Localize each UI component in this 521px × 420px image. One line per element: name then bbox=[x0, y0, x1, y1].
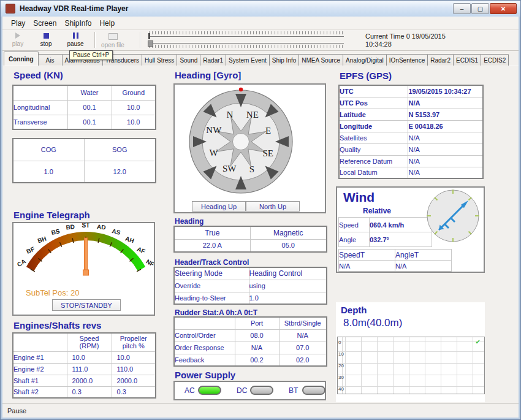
status-text: Pause bbox=[7, 407, 26, 414]
compass-e: E bbox=[265, 126, 271, 136]
telegraph-label-ad: AD bbox=[97, 223, 107, 231]
tab-conning[interactable]: Conning bbox=[4, 52, 39, 66]
tab-nmea-source[interactable]: NMEA Source bbox=[299, 54, 343, 66]
compass-s: S bbox=[249, 164, 254, 174]
telegraph-panel: CA BF BH BS BD ST AD AS AH AF NF bbox=[12, 222, 155, 316]
heading-up-button[interactable]: Heading Up bbox=[192, 201, 246, 212]
compass-ne: NE bbox=[246, 110, 259, 120]
depth-panel: Depth 8.0m(40.0m) 0 10 20 30 40 ✔ bbox=[336, 302, 485, 402]
play-button[interactable]: play bbox=[4, 32, 32, 47]
telegraph-label-bs: BS bbox=[51, 227, 61, 236]
bt-label: BT bbox=[289, 386, 298, 395]
slider-handle-top[interactable] bbox=[148, 33, 150, 39]
compass-n: N bbox=[227, 110, 234, 120]
north-up-button[interactable]: North Up bbox=[246, 201, 300, 212]
toolbar-divider2 bbox=[140, 32, 141, 48]
depth-title: Depth bbox=[341, 305, 367, 315]
slider-track-top[interactable] bbox=[149, 36, 344, 37]
maximize-button[interactable]: ▢ bbox=[471, 3, 489, 14]
engines-table: Speed (RPM)Propeller pitch % Engine #110… bbox=[12, 332, 156, 399]
rudder-table: PortStbrd/Single Control/Order08.0N/A Or… bbox=[173, 316, 327, 367]
tab-ionsentence[interactable]: IOnSentence bbox=[386, 54, 428, 66]
bt-indicator bbox=[302, 386, 325, 395]
wind-speedt: N/A bbox=[339, 261, 395, 272]
slider-ticks-bottom bbox=[149, 45, 344, 48]
engines-title: Engines/Shafts revs bbox=[13, 320, 101, 330]
speed-row-longitudinal: Longitudinal bbox=[13, 100, 67, 115]
pause-button[interactable]: pause bbox=[61, 32, 89, 47]
tab-hull-stress[interactable]: Hull Stress bbox=[142, 54, 177, 66]
tab-system-event[interactable]: System Event bbox=[226, 54, 270, 66]
telegraph-title: Engine Telegraph bbox=[13, 210, 90, 220]
lubber-line-dot bbox=[239, 88, 243, 91]
menu-help[interactable]: Help bbox=[99, 19, 115, 28]
compass-w: W bbox=[209, 148, 218, 158]
tab-analog-digital[interactable]: Analog/Digital bbox=[343, 54, 387, 66]
open-file-button[interactable]: open file bbox=[97, 32, 129, 48]
slider-track-bottom[interactable] bbox=[149, 43, 344, 44]
close-button[interactable]: ✕ bbox=[490, 3, 517, 14]
wind-angle: 032.7° bbox=[370, 232, 432, 247]
wind-mode: Relative bbox=[363, 207, 391, 215]
speed-col-water: Water bbox=[67, 85, 112, 100]
client-area: Play Screen ShipInfo Help play stop paus… bbox=[2, 17, 519, 418]
ac-label: AC bbox=[184, 386, 195, 395]
ac-indicator bbox=[198, 386, 221, 395]
rudder-title: Rudder Stat:A 0h:A 0t:T bbox=[175, 308, 257, 317]
depth-marker: ✔ bbox=[476, 338, 481, 345]
tab-ship-info[interactable]: Ship Info bbox=[269, 54, 299, 66]
menu-play[interactable]: Play bbox=[11, 19, 25, 28]
tab-ecdis1[interactable]: ECDIS1 bbox=[453, 54, 481, 66]
engines-col-speed: Speed (RPM) bbox=[67, 333, 112, 351]
minimize-button[interactable]: – bbox=[453, 3, 471, 14]
open-file-icon bbox=[108, 33, 118, 40]
tab-ecdis2[interactable]: ECDIS2 bbox=[481, 54, 509, 66]
speed-col-ground: Ground bbox=[112, 85, 156, 100]
speed-row-transverse: Transverse bbox=[13, 115, 67, 129]
play-icon bbox=[15, 32, 20, 39]
tab-sound[interactable]: Sound bbox=[177, 54, 200, 66]
depth-grid: 0 10 20 30 40 ✔ bbox=[337, 337, 485, 394]
wind-panel: Wind Relative Speed060.4 km/h Angle032.7… bbox=[336, 186, 485, 273]
cog-sog-table: COGSOG 1.012.0 bbox=[12, 138, 156, 183]
compass-sw: SW bbox=[222, 164, 237, 174]
telegraph-label-ah: AH bbox=[124, 235, 135, 244]
track-table: Steering ModeHeading Control Overrideusi… bbox=[173, 267, 327, 305]
menu-screen[interactable]: Screen bbox=[33, 19, 56, 28]
menu-shipinfo[interactable]: ShipInfo bbox=[64, 19, 91, 28]
tab-radar1[interactable]: Radar1 bbox=[200, 54, 226, 66]
gyro-title: Heading [Gyro] bbox=[175, 70, 241, 80]
dc-indicator bbox=[250, 386, 273, 395]
wind-title: Wind bbox=[343, 190, 375, 205]
speed-title: Speed (KN) bbox=[13, 70, 63, 80]
telegraph-gauge: CA BF BH BS BD ST AD AS AH AF NF bbox=[13, 223, 154, 291]
compass: N NE E SE S SW W NW bbox=[175, 85, 325, 201]
telegraph-label-nf: NF bbox=[145, 258, 154, 268]
epfs-title: EPFS (GPS) bbox=[340, 71, 392, 81]
tab-ais[interactable]: Ais bbox=[38, 54, 63, 66]
slider-handle-bottom[interactable] bbox=[148, 40, 153, 47]
stop-button[interactable]: stop bbox=[32, 32, 60, 47]
menu-bar: Play Screen ShipInfo Help bbox=[2, 17, 519, 30]
conning-page: Speed (KN) WaterGround Longitudinal00.11… bbox=[2, 66, 519, 403]
timeline-sliders bbox=[148, 31, 344, 49]
heading-magnetic: 05.0 bbox=[250, 239, 327, 252]
wind-dial bbox=[424, 188, 482, 246]
tab-radar2[interactable]: Radar2 bbox=[427, 54, 454, 66]
depth-value: 8.0m(40.0m) bbox=[343, 317, 402, 329]
speed-table: WaterGround Longitudinal00.110.0 Transve… bbox=[12, 85, 156, 130]
power-panel: AC DC BT bbox=[173, 381, 326, 400]
cog-value: 1.0 bbox=[13, 161, 84, 183]
wind-true-table: SpeedTAngleT N/AN/A bbox=[338, 249, 452, 272]
window-title: Headway VDR Real-time Player bbox=[20, 4, 128, 13]
compass-se: SE bbox=[262, 148, 273, 158]
engines-col-pitch: Propeller pitch % bbox=[112, 333, 156, 351]
current-time: Current Time 0 19/05/2015 10:34:28 bbox=[365, 32, 446, 48]
app-icon bbox=[6, 4, 15, 13]
telegraph-label-bf: BF bbox=[25, 245, 36, 255]
telegraph-label-as: AS bbox=[111, 227, 121, 236]
stop-standby-button[interactable]: STOP/STANDBY bbox=[52, 299, 121, 311]
power-title: Power Supply bbox=[175, 370, 235, 380]
track-title: Header/Track Control bbox=[175, 258, 249, 267]
wind-speed: 060.4 km/h bbox=[370, 218, 432, 232]
